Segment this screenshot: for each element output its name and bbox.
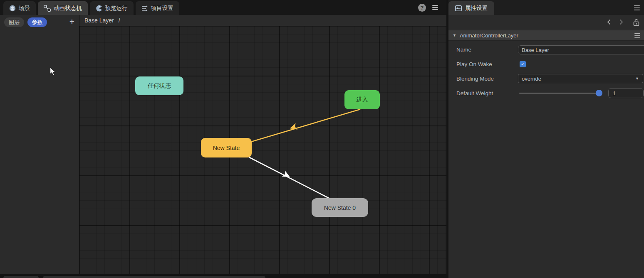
default-weight-slider-track[interactable]	[519, 93, 599, 93]
preview-run-icon	[96, 5, 102, 12]
inspector-panel: 属性设置 ▼ AnimatorControllerLayer Name	[448, 0, 644, 278]
graph-grid[interactable]: 任何状态 进入 New State New State 0	[79, 26, 446, 274]
node-entry[interactable]: 进入	[344, 90, 380, 109]
lock-icon[interactable]	[633, 19, 640, 26]
default-weight-label: Default Weight	[456, 90, 493, 96]
state-machine-canvas: Base Layer / 任何状态 进入 New State New State…	[79, 15, 446, 274]
mouse-cursor	[50, 67, 57, 76]
default-weight-slider-thumb[interactable]	[596, 90, 602, 96]
editor-tab-bar: 场景 动画状态机 预览运行	[0, 0, 446, 15]
state-machine-icon	[44, 5, 51, 12]
add-parameter-button[interactable]: +	[67, 16, 77, 27]
bottom-dock-tab	[43, 276, 265, 278]
dropdown-caret-icon: ▼	[635, 76, 639, 81]
tab-property-settings[interactable]: 属性设置	[448, 1, 494, 15]
component-section-header[interactable]: ▼ AnimatorControllerLayer	[448, 30, 644, 41]
default-weight-input[interactable]	[608, 88, 644, 98]
history-forward-icon[interactable]	[618, 19, 624, 25]
transition-edges	[79, 26, 446, 274]
name-input[interactable]	[518, 45, 644, 54]
transition-entry-to-new-state	[251, 109, 360, 142]
tab-project-settings-label: 项目设置	[151, 5, 173, 12]
inspector-toolbar	[448, 15, 644, 30]
transition-new-state-to-new-state-0	[249, 157, 329, 198]
topbar-actions: ?	[418, 0, 446, 15]
tab-property-settings-label: 属性设置	[465, 5, 488, 12]
blending-mode-label: Blending Mode	[456, 76, 494, 82]
bottom-dock-tab	[3, 276, 39, 278]
tab-animator-state-machine[interactable]: 动画状态机	[38, 1, 88, 15]
breadcrumb-layer-name[interactable]: Base Layer	[84, 17, 114, 24]
play-on-wake-checkbox[interactable]: ✓	[520, 61, 526, 67]
breadcrumb-separator: /	[119, 17, 120, 24]
parameters-tab-button[interactable]: 参数	[27, 17, 47, 27]
tab-preview-run[interactable]: 预览运行	[90, 1, 134, 15]
property-settings-icon	[455, 5, 462, 11]
inspector-tab-bar: 属性设置	[448, 0, 644, 15]
help-icon[interactable]: ?	[418, 4, 426, 12]
tab-scene-label: 场景	[19, 5, 30, 12]
tab-project-settings[interactable]: 项目设置	[136, 1, 179, 15]
node-new-state-0[interactable]: New State 0	[312, 198, 368, 217]
node-any-state[interactable]: 任何状态	[135, 76, 183, 95]
history-back-icon[interactable]	[606, 19, 612, 25]
app-window: 场景 动画状态机 预览运行	[0, 0, 644, 278]
layers-parameters-panel: 图层 参数 +	[0, 15, 79, 274]
component-title: AnimatorControllerLayer	[460, 32, 518, 39]
node-new-state[interactable]: New State	[201, 138, 252, 157]
bottom-dock-strip	[0, 274, 446, 278]
blending-mode-select[interactable]: override ▼	[518, 74, 643, 83]
check-icon: ✓	[521, 62, 525, 66]
tab-animator-label: 动画状态机	[54, 5, 82, 12]
menu-icon[interactable]	[432, 5, 438, 10]
collapse-arrow-icon[interactable]: ▼	[453, 33, 456, 37]
blending-mode-value: override	[522, 76, 541, 82]
breadcrumb: Base Layer /	[79, 15, 446, 26]
tab-preview-label: 预览运行	[105, 5, 128, 12]
inspector-menu-icon[interactable]	[634, 5, 640, 10]
scene-icon	[9, 5, 16, 12]
component-menu-icon[interactable]	[634, 33, 640, 38]
layers-tab-button[interactable]: 图层	[4, 17, 24, 27]
name-label: Name	[456, 47, 471, 53]
project-settings-icon	[141, 5, 148, 12]
play-on-wake-label: Play On Wake	[456, 61, 492, 67]
tab-scene[interactable]: 场景	[3, 1, 36, 15]
